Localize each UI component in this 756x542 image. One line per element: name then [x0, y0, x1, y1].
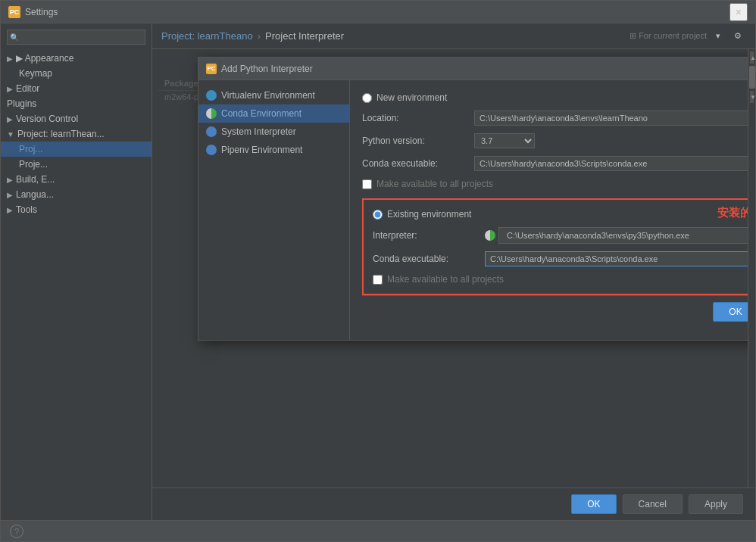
- sidebar-item-editor[interactable]: ▶ Editor: [1, 81, 152, 96]
- sidebar-item-languages[interactable]: ▶ Langua...: [1, 187, 152, 202]
- sidebar-label-editor: Editor: [16, 83, 39, 94]
- scroll-up-button[interactable]: ▲: [750, 51, 754, 64]
- dialog-body: Virtualenv Environment Conda Environment…: [198, 80, 748, 340]
- interp-label-conda: Conda Environment: [221, 108, 301, 119]
- add-interpreter-dialog: PC Add Python Interpreter × Virtualenv E…: [198, 57, 748, 341]
- bottom-bar: OK Cancel Apply: [152, 487, 755, 520]
- sidebar-item-vcs[interactable]: ▶ Version Control: [1, 111, 152, 126]
- sidebar-item-keymap[interactable]: Keymap: [1, 66, 152, 81]
- search-input[interactable]: [7, 30, 145, 45]
- apply-button[interactable]: Apply: [689, 494, 743, 514]
- help-icon[interactable]: ?: [10, 525, 23, 538]
- settings-window: PC Settings × 🔍 ▶ ▶ Appearance Keymap ▶ …: [0, 0, 756, 542]
- arrow-icon-editor: ▶: [7, 85, 13, 93]
- sidebar-label-project: Project: learnThean...: [17, 129, 105, 139]
- make-available-new-checkbox[interactable]: [362, 179, 372, 189]
- location-label: Location:: [362, 113, 468, 123]
- status-bar: ?: [1, 520, 755, 541]
- conda-exec-new-label: Conda executable:: [362, 158, 468, 169]
- make-available-existing-checkbox[interactable]: [373, 275, 383, 285]
- interpreter-status-icon: [485, 230, 495, 241]
- search-icon: 🔍: [10, 33, 19, 42]
- conda-exec-new-input[interactable]: [474, 156, 748, 171]
- arrow-icon-vcs: ▶: [7, 115, 13, 123]
- conda-exec-existing-input[interactable]: [485, 251, 748, 266]
- dialog-app-icon: PC: [206, 64, 217, 74]
- venv-icon: [206, 90, 217, 101]
- system-icon: [206, 126, 217, 137]
- sidebar-item-project[interactable]: ▼ Project: learnThean...: [1, 126, 152, 142]
- interpreter-row: Interpreter: C:\Users\hardy\anaconda3\en…: [373, 227, 748, 244]
- interp-label-pipenv: Pipenv Environment: [221, 145, 302, 155]
- new-env-radio-row: New environment: [362, 92, 748, 103]
- sidebar-label-plugins: Plugins: [7, 98, 36, 109]
- search-bar: 🔍: [7, 30, 145, 45]
- main-content: 🔍 ▶ ▶ Appearance Keymap ▶ Editor Plugins…: [1, 23, 755, 520]
- sidebar-item-tools[interactable]: ▶ Tools: [1, 202, 152, 217]
- ok-button[interactable]: OK: [571, 494, 616, 514]
- new-env-radio[interactable]: [362, 93, 372, 103]
- existing-env-radio-row: Existing environment: [373, 209, 748, 220]
- sidebar-item-build[interactable]: ▶ Build, E...: [1, 172, 152, 187]
- arrow-icon-tools: ▶: [7, 206, 13, 214]
- interp-item-conda[interactable]: Conda Environment: [198, 104, 349, 123]
- dropdown-arrow-button[interactable]: ▾: [711, 30, 725, 42]
- arrow-icon-project: ▼: [7, 130, 14, 139]
- make-available-new-row: Make available to all projects: [362, 179, 748, 189]
- new-environment-group: New environment Location: 📁 Python versi…: [362, 92, 748, 189]
- title-bar: PC Settings ×: [1, 1, 755, 23]
- sidebar-item-project-structure[interactable]: Proje...: [1, 157, 152, 172]
- python-version-row: Python version: 3.7 3.8 3.6: [362, 133, 748, 148]
- interpreter-config-panel: New environment Location: 📁 Python versi…: [350, 80, 748, 340]
- pipenv-icon: [206, 145, 217, 155]
- python-version-select[interactable]: 3.7 3.8 3.6: [474, 133, 535, 148]
- arrow-icon: ▶: [7, 55, 13, 63]
- content-area: + − ↻ 👁 Package Version Latest version: [152, 49, 755, 487]
- location-input[interactable]: [474, 111, 748, 126]
- conda-exec-new-row: Conda executable: 📁: [362, 156, 748, 171]
- cancel-button[interactable]: Cancel: [623, 494, 683, 514]
- scrollbar: ▲ ▼: [748, 49, 755, 487]
- gear-button[interactable]: ⚙: [729, 30, 746, 42]
- interpreter-select[interactable]: C:\Users\hardy\anaconda3\envs\py35\pytho…: [498, 227, 748, 244]
- sidebar-label-tools: Tools: [16, 204, 37, 215]
- dialog-title-bar: PC Add Python Interpreter ×: [198, 58, 748, 80]
- interp-item-virtualenv[interactable]: Virtualenv Environment: [198, 86, 349, 104]
- conda-exec-existing-label: Conda executable:: [373, 254, 479, 264]
- sidebar-label-languages: Langua...: [16, 189, 54, 200]
- inner-dialog-buttons: OK Cancel: [362, 295, 748, 328]
- make-available-existing-row: Make available to all projects: [373, 274, 748, 285]
- interp-label-system: System Interpreter: [221, 126, 296, 137]
- sidebar-label-vcs: Version Control: [16, 114, 78, 124]
- dialog-title: Add Python Interpreter: [221, 64, 313, 74]
- make-available-new-label: Make available to all projects: [376, 179, 493, 189]
- breadcrumb: Project: learnTheano › Project Interpret…: [152, 23, 755, 49]
- existing-env-label: Existing environment: [387, 209, 471, 220]
- right-panel: Project: learnTheano › Project Interpret…: [152, 23, 755, 520]
- scroll-down-button[interactable]: ▼: [750, 91, 754, 103]
- python-version-label: Python version:: [362, 136, 468, 146]
- window-close-button[interactable]: ×: [729, 3, 748, 21]
- location-row: Location: 📁: [362, 111, 748, 126]
- breadcrumb-project: Project: learnTheano: [161, 30, 253, 42]
- inner-ok-button[interactable]: OK: [713, 302, 748, 322]
- annotation-text: 安装的目录: [717, 206, 748, 220]
- sidebar-item-appearance[interactable]: ▶ ▶ Appearance: [1, 51, 152, 66]
- interp-item-pipenv[interactable]: Pipenv Environment: [198, 141, 349, 159]
- existing-env-radio[interactable]: [373, 210, 383, 220]
- dialog-overlay: + − ↻ 👁 Package Version Latest version: [152, 49, 748, 487]
- sidebar-label-interpreter: Proj...: [19, 144, 42, 154]
- sidebar: 🔍 ▶ ▶ Appearance Keymap ▶ Editor Plugins…: [1, 23, 152, 520]
- interpreter-type-list: Virtualenv Environment Conda Environment…: [198, 80, 350, 340]
- scroll-thumb[interactable]: [749, 66, 755, 89]
- new-env-label: New environment: [376, 92, 447, 103]
- breadcrumb-current: Project Interpreter: [265, 30, 344, 42]
- window-title: Settings: [25, 7, 58, 17]
- sidebar-item-plugins[interactable]: Plugins: [1, 96, 152, 111]
- conda-icon: [206, 108, 217, 119]
- interp-item-system[interactable]: System Interpreter: [198, 123, 349, 141]
- interpreter-label: Interpreter:: [373, 230, 479, 241]
- arrow-icon-languages: ▶: [7, 191, 13, 199]
- sidebar-item-project-interpreter[interactable]: Proj...: [1, 142, 152, 157]
- existing-environment-section: 安装的目录 Existing environment Interpreter:: [362, 198, 748, 295]
